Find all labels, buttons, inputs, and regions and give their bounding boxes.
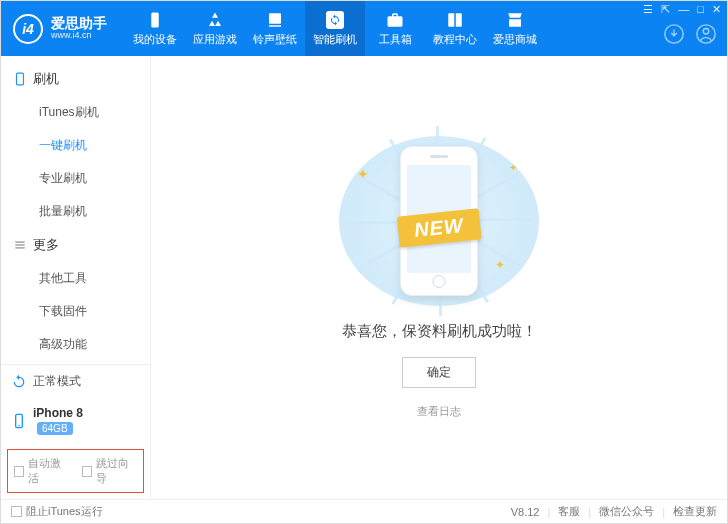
- logo-subtitle: www.i4.cn: [51, 31, 107, 41]
- device-name: iPhone 8: [33, 406, 83, 420]
- svg-rect-6: [17, 73, 24, 85]
- store-icon: [506, 11, 524, 29]
- nav-my-device[interactable]: 我的设备: [125, 1, 185, 56]
- phone-icon: [146, 11, 164, 29]
- auto-activate-checkbox[interactable]: 自动激活: [14, 456, 70, 486]
- app-header: i4 爱思助手 www.i4.cn 我的设备 应用游戏 铃声壁纸 智能刷机: [1, 1, 727, 56]
- sidebar-group-title: 刷机: [33, 70, 59, 88]
- user-controls: [663, 23, 717, 45]
- status-bar: 阻止iTunes运行 V8.12 | 客服 | 微信公众号 | 检查更新: [1, 499, 727, 523]
- menu-icon: [13, 238, 27, 252]
- nav-label: 我的设备: [133, 32, 177, 47]
- refresh-blue-icon: [11, 374, 27, 390]
- nav-tutorials[interactable]: 教程中心: [425, 1, 485, 56]
- sidebar-item-pro-flash[interactable]: 专业刷机: [39, 162, 150, 195]
- user-icon[interactable]: [695, 23, 717, 45]
- nav-label: 教程中心: [433, 32, 477, 47]
- nav-ringtones[interactable]: 铃声壁纸: [245, 1, 305, 56]
- main-content: ✦ ✦ ✦ NEW 恭喜您，保资料刷机成功啦！ 确定 查看日志: [151, 56, 727, 499]
- sidebar-item-other-tools[interactable]: 其他工具: [39, 262, 150, 295]
- nav-label: 应用游戏: [193, 32, 237, 47]
- nav-toolbox[interactable]: 工具箱: [365, 1, 425, 56]
- svg-rect-2: [269, 25, 281, 27]
- view-log-link[interactable]: 查看日志: [417, 404, 461, 419]
- success-illustration: ✦ ✦ ✦ NEW: [339, 136, 539, 306]
- confirm-button[interactable]: 确定: [402, 357, 476, 388]
- support-link[interactable]: 客服: [558, 504, 580, 519]
- close-icon[interactable]: ✕: [712, 3, 721, 16]
- refresh-icon: [326, 11, 344, 29]
- flash-options: 自动激活 跳过向导: [7, 449, 144, 493]
- sidebar-item-oneclick-flash[interactable]: 一键刷机: [39, 129, 150, 162]
- check-update-link[interactable]: 检查更新: [673, 504, 717, 519]
- music-icon: [266, 11, 284, 29]
- nav-label: 爱思商城: [493, 32, 537, 47]
- nav-label: 智能刷机: [313, 32, 357, 47]
- pin-icon[interactable]: ⇱: [661, 3, 670, 16]
- maximize-icon[interactable]: □: [697, 3, 704, 16]
- toolbox-icon: [386, 11, 404, 29]
- download-icon[interactable]: [663, 23, 685, 45]
- svg-rect-0: [151, 12, 159, 27]
- logo: i4 爱思助手 www.i4.cn: [1, 14, 119, 44]
- sidebar-item-itunes-flash[interactable]: iTunes刷机: [39, 96, 150, 129]
- book-icon: [446, 11, 464, 29]
- wechat-link[interactable]: 微信公众号: [599, 504, 654, 519]
- window-controls: ☰ ⇱ — □ ✕: [643, 3, 721, 16]
- sidebar: 刷机 iTunes刷机 一键刷机 专业刷机 批量刷机 更多 其他工具 下载固件 …: [1, 56, 151, 499]
- nav-label: 工具箱: [379, 32, 412, 47]
- version-label: V8.12: [511, 506, 540, 518]
- nav-smart-flash[interactable]: 智能刷机: [305, 1, 365, 56]
- logo-badge: i4: [13, 14, 43, 44]
- minimize-icon[interactable]: —: [678, 3, 689, 16]
- phone-outline-icon: [13, 72, 27, 86]
- svg-point-5: [703, 29, 709, 35]
- sidebar-item-advanced[interactable]: 高级功能: [39, 328, 150, 361]
- settings-icon[interactable]: ☰: [643, 3, 653, 16]
- device-phone-icon: [11, 413, 27, 429]
- nav-store[interactable]: 爱思商城: [485, 1, 545, 56]
- sidebar-group-title: 更多: [33, 236, 59, 254]
- nav-apps-games[interactable]: 应用游戏: [185, 1, 245, 56]
- success-message: 恭喜您，保资料刷机成功啦！: [342, 322, 537, 341]
- top-nav: 我的设备 应用游戏 铃声壁纸 智能刷机 工具箱 教程中心: [125, 1, 545, 56]
- apps-icon: [206, 11, 224, 29]
- block-itunes-checkbox[interactable]: 阻止iTunes运行: [11, 504, 103, 519]
- device-mode-label: 正常模式: [33, 373, 81, 390]
- logo-title: 爱思助手: [51, 16, 107, 31]
- device-info[interactable]: iPhone 8 64GB: [1, 398, 150, 443]
- sidebar-group-flash[interactable]: 刷机: [1, 62, 150, 96]
- device-mode[interactable]: 正常模式: [1, 365, 150, 398]
- skip-guide-checkbox[interactable]: 跳过向导: [82, 456, 138, 486]
- sidebar-item-download-firmware[interactable]: 下载固件: [39, 295, 150, 328]
- svg-rect-1: [269, 13, 281, 24]
- device-storage-badge: 64GB: [37, 422, 73, 435]
- nav-label: 铃声壁纸: [253, 32, 297, 47]
- sidebar-item-batch-flash[interactable]: 批量刷机: [39, 195, 150, 228]
- sidebar-group-more[interactable]: 更多: [1, 228, 150, 262]
